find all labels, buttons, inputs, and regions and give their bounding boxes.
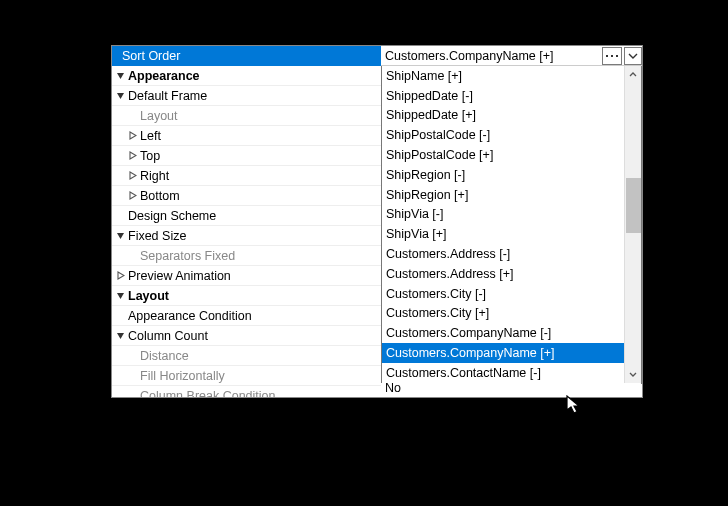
property-label: Layout [128,289,381,303]
property-row[interactable]: Column Break Condition [112,386,381,398]
dropdown-item[interactable]: Customers.Address [-] [382,244,626,264]
expand-glyph[interactable] [112,331,128,340]
property-label: Fixed Size [128,229,381,243]
property-label: Appearance Condition [128,309,381,323]
property-row[interactable]: Appearance Condition [112,306,381,326]
expand-glyph[interactable] [112,71,128,80]
scroll-up-button[interactable] [625,66,641,83]
property-label: Column Break Condition [140,389,381,399]
chevron-down-icon [628,53,638,59]
dropdown-item[interactable]: Customers.Address [+] [382,264,626,284]
dropdown-item[interactable]: ShipPostalCode [+] [382,145,626,165]
property-row[interactable]: Right [112,166,381,186]
property-row[interactable]: Bottom [112,186,381,206]
property-label: Design Scheme [128,209,381,223]
dropdown-item[interactable]: Customers.City [-] [382,284,626,304]
property-tree: Sort Order AppearanceDefault FrameLayout… [112,46,381,397]
property-row[interactable]: Appearance [112,66,381,86]
property-row[interactable]: Design Scheme [112,206,381,226]
scroll-thumb[interactable] [626,178,641,233]
property-row[interactable]: Separators Fixed [112,246,381,266]
dropdown-toggle-button[interactable] [624,47,642,65]
dropdown-scrollbar[interactable] [624,66,641,383]
property-header-row[interactable]: Sort Order [112,46,381,66]
expand-glyph[interactable] [112,271,128,280]
property-label: Bottom [140,189,381,203]
chevron-up-icon [629,72,637,77]
expand-glyph[interactable] [112,291,128,300]
property-label: Fill Horizontally [140,369,381,383]
svg-rect-2 [616,55,618,57]
property-label: Separators Fixed [140,249,381,263]
dropdown-item[interactable]: ShipVia [-] [382,205,626,225]
property-label: Layout [140,109,381,123]
property-row[interactable]: Fixed Size [112,226,381,246]
expand-glyph[interactable] [124,171,140,180]
property-label: Left [140,129,381,143]
svg-rect-1 [611,55,613,57]
property-row[interactable]: Layout [112,106,381,126]
svg-rect-0 [606,55,608,57]
ellipsis-button[interactable] [602,47,622,65]
dropdown-item[interactable]: ShipRegion [-] [382,165,626,185]
dropdown-item[interactable]: ShipName [+] [382,66,626,86]
property-row[interactable]: Layout [112,286,381,306]
dropdown-item[interactable]: ShipPostalCode [-] [382,125,626,145]
ellipsis-icon [605,51,619,61]
chevron-down-icon [629,372,637,377]
property-label: Column Count [128,329,381,343]
expand-glyph[interactable] [124,151,140,160]
property-row[interactable]: Left [112,126,381,146]
property-row[interactable]: Default Frame [112,86,381,106]
sort-order-dropdown: ShipName [+]ShippedDate [-]ShippedDate [… [381,66,642,384]
expand-glyph[interactable] [112,231,128,240]
dropdown-item[interactable]: ShippedDate [-] [382,86,626,106]
column-break-condition-value-text: No [385,383,401,395]
property-label: Preview Animation [128,269,381,283]
expand-glyph[interactable] [112,91,128,100]
dropdown-item[interactable]: ShipVia [+] [382,224,626,244]
canvas: Sort Order AppearanceDefault FrameLayout… [0,0,728,506]
expand-glyph[interactable] [124,191,140,200]
value-header-cell[interactable]: Customers.CompanyName [+] [381,46,642,66]
dropdown-item[interactable]: ShipRegion [+] [382,185,626,205]
property-grid-panel: Sort Order AppearanceDefault FrameLayout… [111,45,643,398]
property-label: Right [140,169,381,183]
mouse-cursor-icon [565,395,585,415]
property-label: Top [140,149,381,163]
property-row[interactable]: Column Count [112,326,381,346]
property-row[interactable]: Top [112,146,381,166]
dropdown-item[interactable]: ShippedDate [+] [382,106,626,126]
value-header-text: Customers.CompanyName [+] [381,49,602,63]
scroll-down-button[interactable] [625,366,641,383]
property-label: Appearance [128,69,381,83]
dropdown-item[interactable]: Customers.CompanyName [-] [382,323,626,343]
expand-glyph[interactable] [124,131,140,140]
property-row[interactable]: Fill Horizontally [112,366,381,386]
property-header-label: Sort Order [122,49,180,63]
property-label: Default Frame [128,89,381,103]
dropdown-item[interactable]: Customers.City [+] [382,304,626,324]
dropdown-item[interactable]: Customers.ContactName [-] [382,363,626,383]
dropdown-viewport: ShipName [+]ShippedDate [-]ShippedDate [… [382,66,626,383]
dropdown-item[interactable]: Customers.CompanyName [+] [382,343,626,363]
scroll-track[interactable] [625,83,641,366]
property-row[interactable]: Distance [112,346,381,366]
column-break-condition-value: No [381,383,641,397]
property-row[interactable]: Preview Animation [112,266,381,286]
property-label: Distance [140,349,381,363]
